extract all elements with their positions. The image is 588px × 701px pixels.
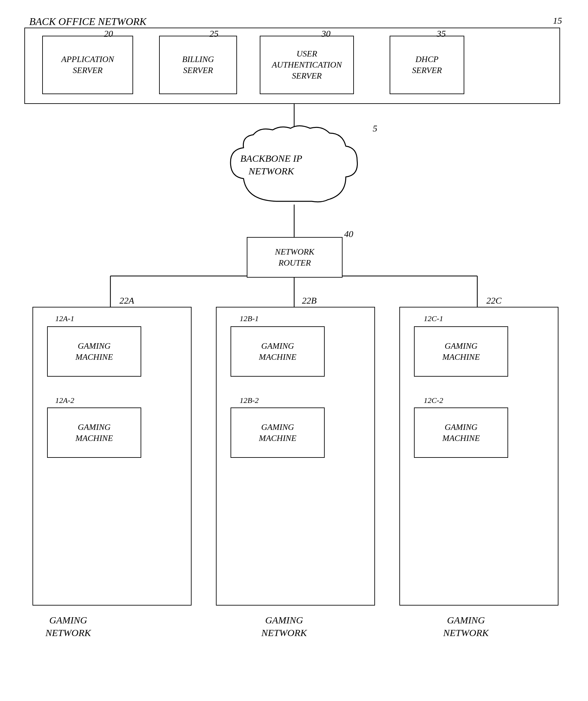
ref-12b2: 12B-2	[240, 396, 259, 405]
ref-30: 30	[321, 29, 330, 39]
ref-22a: 22A	[119, 295, 134, 306]
ref-15: 15	[553, 16, 562, 26]
back-office-label: BACK OFFICE NETWORK	[29, 16, 146, 28]
ref-12c2: 12C-2	[424, 396, 443, 405]
ref-5: 5	[373, 124, 377, 134]
gaming-machine-12a2: GAMINGMACHINE	[47, 408, 141, 458]
application-server: APPLICATIONSERVER	[42, 36, 133, 94]
ref-12b1: 12B-1	[240, 314, 259, 323]
ref-12a1: 12A-1	[55, 314, 74, 323]
ref-20: 20	[104, 29, 113, 39]
dhcp-server: DHCPSERVER	[390, 36, 464, 94]
ref-22c: 22C	[486, 295, 502, 306]
gaming-machine-12b1: GAMINGMACHINE	[231, 326, 325, 377]
gaming-machine-12b2: GAMINGMACHINE	[231, 408, 325, 458]
ref-40: 40	[344, 229, 353, 239]
gaming-machine-12a1: GAMINGMACHINE	[47, 326, 141, 377]
gaming-machine-12c1: GAMINGMACHINE	[414, 326, 508, 377]
ref-12a2: 12A-2	[55, 396, 74, 405]
billing-server: BILLINGSERVER	[159, 36, 237, 94]
user-auth-server: USERAUTHENTICATIONSERVER	[260, 36, 354, 94]
ref-12c1: 12C-1	[424, 314, 443, 323]
gaming-machine-12c2: GAMINGMACHINE	[414, 408, 508, 458]
gaming-network-b-label: GAMINGNETWORK	[261, 614, 307, 639]
ref-25: 25	[210, 29, 219, 39]
gaming-network-a-label: GAMINGNETWORK	[45, 614, 91, 639]
ref-22b: 22B	[302, 295, 317, 306]
ref-35: 35	[437, 29, 446, 39]
backbone-label: BACKBONE IPNETWORK	[240, 152, 302, 177]
diagram: BACK OFFICE NETWORK 15 APPLICATIONSERVER…	[0, 0, 588, 701]
network-router: NETWORKROUTER	[247, 237, 342, 278]
gaming-network-c-label: GAMINGNETWORK	[443, 614, 489, 639]
